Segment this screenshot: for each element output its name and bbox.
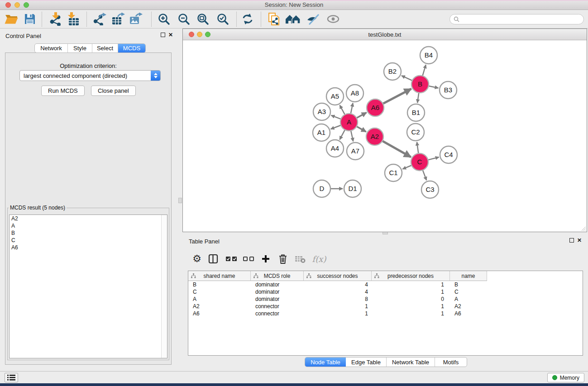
network-canvas[interactable]: B4B2BB3A5A8A6B1A3AC2A1A2A4A7C4CC1C3DD1 bbox=[183, 40, 587, 232]
vertical-split-handle[interactable] bbox=[178, 198, 182, 203]
table-row[interactable]: Bdominator41B bbox=[188, 281, 583, 288]
edge-B-B2[interactable] bbox=[402, 76, 413, 81]
edge-A-A8[interactable] bbox=[350, 103, 353, 115]
edge-A6-B[interactable] bbox=[382, 89, 411, 104]
table-row[interactable]: Adominator80A bbox=[188, 295, 583, 303]
node-C1[interactable]: C1 bbox=[385, 164, 402, 181]
edge-C-C3[interactable] bbox=[422, 169, 426, 181]
show-hide-details-icon[interactable] bbox=[305, 11, 320, 27]
toolbar-search[interactable] bbox=[449, 14, 584, 24]
edge-A-A6[interactable] bbox=[356, 113, 367, 119]
node-B[interactable]: B bbox=[411, 76, 429, 93]
optimization-criterion-dropdown[interactable]: largest connected component (directed) bbox=[19, 70, 161, 81]
network-window-titlebar[interactable]: testGlobe.txt bbox=[183, 29, 587, 40]
column-header-MCDS-role[interactable]: MCDS role bbox=[251, 271, 304, 281]
table-cell[interactable]: 1 bbox=[372, 281, 450, 288]
table-cell[interactable]: 8 bbox=[304, 295, 372, 303]
table-row[interactable]: A2connector11A2 bbox=[188, 303, 583, 310]
node-D[interactable]: D bbox=[313, 180, 330, 197]
edge-B-B3[interactable] bbox=[428, 86, 439, 88]
column-header-successor-nodes[interactable]: successor nodes bbox=[304, 271, 372, 281]
zoom-in-icon[interactable] bbox=[156, 11, 172, 27]
mcds-result-item[interactable]: B bbox=[10, 229, 167, 237]
table-cell[interactable]: 4 bbox=[304, 281, 372, 288]
table-cell[interactable]: 1 bbox=[304, 303, 372, 310]
tab-network[interactable]: Network bbox=[35, 44, 68, 52]
zoom-selected-icon[interactable] bbox=[215, 11, 230, 27]
edge-B-B4[interactable] bbox=[422, 65, 426, 77]
edge-A-A3[interactable] bbox=[331, 115, 342, 119]
table-settings-gear-icon[interactable]: ⚙ bbox=[189, 251, 205, 267]
node-A2[interactable]: A2 bbox=[366, 128, 383, 145]
mcds-result-item[interactable]: A6 bbox=[10, 244, 167, 251]
node-D1[interactable]: D1 bbox=[344, 180, 361, 197]
edge-A-A7[interactable] bbox=[351, 130, 354, 142]
table-cell[interactable]: 4 bbox=[304, 288, 372, 295]
node-A3[interactable]: A3 bbox=[313, 103, 330, 120]
node-C2[interactable]: C2 bbox=[407, 124, 424, 141]
table-cell[interactable]: B bbox=[450, 281, 487, 288]
edge-C-C4[interactable] bbox=[427, 157, 439, 160]
refresh-icon[interactable] bbox=[240, 11, 255, 27]
column-header-predecessor-nodes[interactable]: predecessor nodes bbox=[372, 271, 450, 281]
node-A4[interactable]: A4 bbox=[326, 140, 344, 157]
node-A7[interactable]: A7 bbox=[347, 143, 364, 160]
run-mcds-button[interactable]: Run MCDS bbox=[41, 86, 85, 96]
node-A8[interactable]: A8 bbox=[346, 85, 363, 102]
table-cell[interactable]: 1 bbox=[372, 310, 450, 317]
edge-A-A5[interactable] bbox=[340, 105, 345, 115]
search-input[interactable] bbox=[462, 16, 583, 23]
zoom-fit-icon[interactable] bbox=[195, 11, 210, 27]
node-A5[interactable]: A5 bbox=[326, 88, 344, 105]
create-column-plus-icon[interactable] bbox=[258, 251, 274, 267]
resize-grip-icon[interactable] bbox=[580, 225, 586, 231]
table-cell[interactable]: A6 bbox=[188, 310, 251, 317]
zoom-out-icon[interactable] bbox=[176, 11, 191, 27]
table-cell[interactable]: 1 bbox=[372, 303, 450, 310]
table-cell[interactable]: connector bbox=[251, 303, 304, 310]
close-panel-icon[interactable]: ✕ bbox=[168, 33, 173, 37]
mcds-result-item[interactable]: A bbox=[10, 222, 167, 229]
show-columns-icon[interactable] bbox=[205, 251, 221, 267]
node-A1[interactable]: A1 bbox=[313, 124, 330, 141]
clone-network-icon[interactable] bbox=[266, 11, 282, 27]
tab-select[interactable]: Select bbox=[92, 44, 118, 52]
export-image-icon[interactable] bbox=[128, 11, 143, 27]
memory-button[interactable]: Memory bbox=[547, 373, 584, 382]
table-cell[interactable]: A bbox=[450, 295, 487, 303]
node-B3[interactable]: B3 bbox=[440, 81, 457, 99]
edge-A-A2[interactable] bbox=[356, 126, 366, 132]
tab-motifs[interactable]: Motifs bbox=[435, 357, 467, 367]
table-cell[interactable]: 1 bbox=[372, 288, 450, 295]
task-history-list-icon[interactable] bbox=[5, 373, 18, 382]
node-B4[interactable]: B4 bbox=[420, 47, 437, 64]
node-A[interactable]: A bbox=[340, 114, 358, 131]
table-cell[interactable]: A2 bbox=[450, 303, 487, 310]
table-cell[interactable]: C bbox=[450, 288, 487, 295]
eye-icon[interactable] bbox=[325, 11, 341, 27]
mcds-result-item[interactable]: C bbox=[10, 237, 167, 244]
edge-A-A1[interactable] bbox=[331, 125, 342, 129]
mcds-result-list[interactable]: A2ABCA6 bbox=[9, 214, 167, 358]
mcds-list-scrollbar[interactable] bbox=[161, 215, 167, 358]
table-row[interactable]: Cdominator41C bbox=[188, 288, 583, 295]
node-C3[interactable]: C3 bbox=[421, 181, 439, 198]
node-A6[interactable]: A6 bbox=[367, 99, 384, 116]
mcds-result-item[interactable]: A2 bbox=[10, 215, 167, 222]
table-cell[interactable]: dominator bbox=[251, 295, 304, 303]
delete-column-trash-icon[interactable] bbox=[275, 251, 291, 267]
edge-C-C2[interactable] bbox=[417, 142, 419, 154]
node-B1[interactable]: B1 bbox=[407, 104, 425, 121]
open-file-icon[interactable] bbox=[4, 11, 19, 27]
edge-C-C1[interactable] bbox=[402, 165, 412, 169]
tab-style[interactable]: Style bbox=[68, 44, 92, 52]
node-C[interactable]: C bbox=[411, 153, 428, 171]
close-table-panel-icon[interactable]: ✕ bbox=[577, 238, 582, 243]
table-cell[interactable]: B bbox=[188, 281, 251, 288]
table-cell[interactable]: A6 bbox=[450, 310, 487, 317]
table-cell[interactable]: dominator bbox=[251, 281, 304, 288]
float-table-panel-icon[interactable] bbox=[569, 238, 574, 243]
node-C4[interactable]: C4 bbox=[440, 146, 457, 163]
float-panel-icon[interactable] bbox=[161, 33, 165, 37]
table-row[interactable]: A6connector11A6 bbox=[188, 310, 583, 317]
